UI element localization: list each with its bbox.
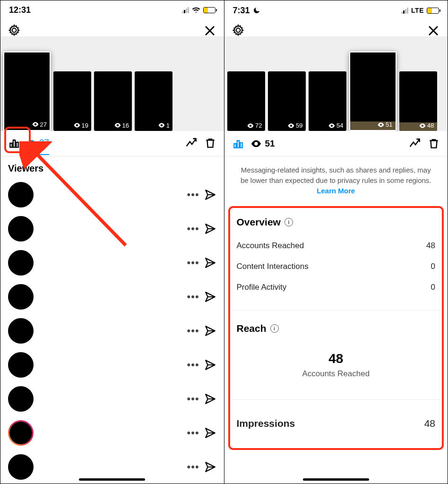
story-carousel[interactable]: 2719161 xyxy=(0,36,224,131)
status-time: 7:31 xyxy=(233,6,250,16)
send-icon[interactable] xyxy=(204,393,216,405)
close-icon[interactable] xyxy=(203,24,216,37)
impressions-heading: Impressions xyxy=(237,418,295,429)
insights-tab-row: 27 xyxy=(0,131,224,156)
more-icon[interactable]: ••• xyxy=(187,427,198,439)
story-thumbnail[interactable]: 54 xyxy=(309,71,346,131)
more-icon[interactable]: ••• xyxy=(187,257,198,269)
viewer-row[interactable]: ••• xyxy=(0,280,224,314)
viewer-row[interactable]: ••• xyxy=(0,314,224,348)
avatar[interactable] xyxy=(8,284,34,310)
learn-more-link[interactable]: Learn More xyxy=(317,187,355,195)
insights-panel-highlight: Overviewi Accounts Reached48Content Inte… xyxy=(228,206,444,450)
right-phone-screen: 7:31 LTE 7259545148 xyxy=(224,0,448,484)
info-icon[interactable]: i xyxy=(284,218,293,226)
reach-label: Accounts Reached xyxy=(237,366,436,387)
trash-icon[interactable] xyxy=(204,137,216,149)
battery-icon xyxy=(427,8,439,14)
send-icon[interactable] xyxy=(204,189,216,201)
privacy-notice: Messaging-related insights, such as shar… xyxy=(224,156,448,204)
bar-chart-icon[interactable] xyxy=(232,138,244,150)
story-thumbnail[interactable]: 72 xyxy=(227,71,265,131)
more-icon[interactable]: ••• xyxy=(187,291,198,303)
viewers-tab[interactable]: 51 xyxy=(251,138,275,149)
send-icon[interactable] xyxy=(204,325,216,337)
story-thumbnail[interactable]: 59 xyxy=(268,71,306,131)
viewer-row[interactable]: ••• xyxy=(0,382,224,416)
avatar[interactable] xyxy=(8,318,34,344)
close-icon[interactable] xyxy=(427,24,440,37)
impressions-value: 48 xyxy=(424,418,435,429)
moon-icon xyxy=(253,7,260,14)
send-icon[interactable] xyxy=(204,461,216,473)
story-thumbnail[interactable]: 19 xyxy=(53,71,91,131)
status-time: 12:31 xyxy=(9,5,31,15)
left-phone-screen: 12:31 2719161 27 xyxy=(0,0,224,484)
avatar[interactable] xyxy=(8,352,34,378)
avatar[interactable] xyxy=(8,420,34,446)
viewers-count: 27 xyxy=(39,131,49,155)
viewers-count: 51 xyxy=(265,138,275,149)
battery-icon xyxy=(203,7,215,13)
reach-heading: Reach xyxy=(237,323,267,334)
wifi-icon xyxy=(192,7,200,14)
more-icon[interactable]: ••• xyxy=(187,325,198,337)
overview-heading: Overview xyxy=(237,216,281,228)
info-icon[interactable]: i xyxy=(270,324,279,333)
viewers-list[interactable]: ••••••••••••••••••••••••••• xyxy=(0,178,224,484)
send-icon[interactable] xyxy=(204,257,216,269)
gear-icon[interactable] xyxy=(8,24,20,36)
send-icon[interactable] xyxy=(204,223,216,235)
trend-icon[interactable] xyxy=(409,138,421,150)
status-bar: 12:31 xyxy=(0,0,224,20)
story-thumbnail[interactable]: 16 xyxy=(94,71,132,131)
network-label: LTE xyxy=(411,7,424,14)
viewer-row[interactable]: ••• xyxy=(0,246,224,280)
more-icon[interactable]: ••• xyxy=(187,223,198,235)
insights-tab-row: 51 xyxy=(224,131,448,156)
overview-row[interactable]: Profile Activity0 xyxy=(237,277,436,298)
overview-row[interactable]: Accounts Reached48 xyxy=(237,235,436,256)
story-thumbnail[interactable]: 48 xyxy=(399,71,437,131)
trend-icon[interactable] xyxy=(185,137,198,149)
cell-signal-icon xyxy=(182,7,189,13)
status-bar: 7:31 LTE xyxy=(224,0,448,20)
viewer-row[interactable]: ••• xyxy=(0,178,224,212)
home-indicator xyxy=(303,478,369,481)
overview-row[interactable]: Content Interactions0 xyxy=(237,256,436,277)
viewer-row[interactable]: ••• xyxy=(0,416,224,450)
home-indicator xyxy=(79,478,145,481)
story-thumbnail[interactable]: 1 xyxy=(135,71,172,131)
avatar[interactable] xyxy=(8,250,34,276)
reach-value: 48 xyxy=(237,342,436,366)
avatar[interactable] xyxy=(8,454,34,480)
bar-chart-icon[interactable] xyxy=(8,137,20,149)
more-icon[interactable]: ••• xyxy=(187,359,198,371)
avatar[interactable] xyxy=(8,216,34,242)
viewer-row[interactable]: ••• xyxy=(0,348,224,382)
cell-signal-icon xyxy=(401,8,408,14)
send-icon[interactable] xyxy=(204,291,216,303)
viewers-tab[interactable]: 27 xyxy=(27,131,49,155)
avatar[interactable] xyxy=(8,386,34,412)
send-icon[interactable] xyxy=(204,359,216,371)
trash-icon[interactable] xyxy=(428,138,440,150)
story-thumbnail[interactable]: 51 xyxy=(349,52,396,131)
more-icon[interactable]: ••• xyxy=(187,393,198,405)
more-icon[interactable]: ••• xyxy=(187,461,198,473)
more-icon[interactable]: ••• xyxy=(187,189,198,201)
gear-icon[interactable] xyxy=(232,24,244,36)
story-thumbnail[interactable]: 27 xyxy=(3,52,51,131)
story-carousel[interactable]: 7259545148 xyxy=(224,36,448,131)
viewers-heading: Viewers xyxy=(0,156,224,178)
avatar[interactable] xyxy=(8,182,34,207)
send-icon[interactable] xyxy=(204,427,216,439)
viewer-row[interactable]: ••• xyxy=(0,212,224,246)
